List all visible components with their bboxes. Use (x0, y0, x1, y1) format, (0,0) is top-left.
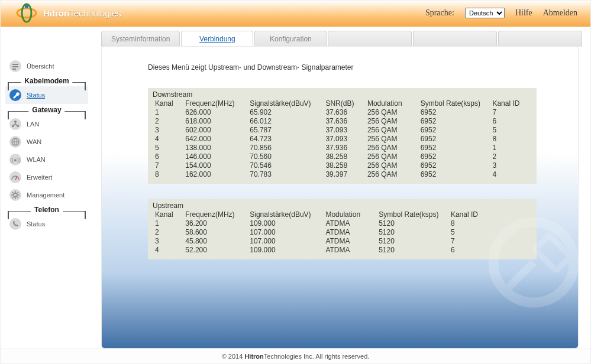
cell: 6952 (418, 144, 490, 152)
svg-point-28 (9, 218, 21, 230)
help-link[interactable]: Hilfe (515, 8, 532, 18)
cell: 66.012 (247, 117, 323, 126)
sidebar-item-km-status[interactable]: Status (5, 86, 88, 104)
col-header: Symbol Rate(ksps) (376, 210, 448, 219)
cell: ATDMA (323, 228, 376, 237)
sidebar-section-telefon: Telefon (5, 211, 88, 212)
cell: 8 (153, 170, 183, 179)
cell: 6952 (418, 108, 490, 117)
cell: ATDMA (323, 246, 376, 255)
cell: 70.856 (247, 144, 323, 152)
cell: 6952 (418, 135, 490, 144)
svg-point-2 (25, 5, 28, 8)
sidebar-item-lan[interactable]: LAN (5, 115, 88, 133)
cell: ATDMA (323, 219, 376, 228)
logo-icon (15, 3, 38, 23)
sidebar-item-label: Übersicht (27, 63, 54, 70)
cell: 6952 (418, 117, 490, 126)
phone-icon (9, 217, 22, 230)
cell: 6 (153, 152, 183, 161)
cell: 2 (490, 152, 532, 161)
upstream-table: KanalFrequenz(MHz)Signalstärke(dBuV)Modu… (153, 210, 532, 255)
upstream-block: Upstream KanalFrequenz(MHz)Signalstärke(… (148, 199, 537, 259)
sidebar-item-wlan[interactable]: ((●))WLAN (5, 151, 88, 168)
page-description: Dieses Menü zeigt Upstream- und Downstre… (148, 63, 537, 72)
cell: 58.600 (183, 228, 247, 237)
cell: 618.000 (183, 117, 247, 126)
col-header: Kanal (153, 99, 183, 108)
table-row: 8162.00070.78339.397256 QAM69524 (153, 170, 532, 179)
cell: 256 QAM (365, 117, 418, 126)
cell: 256 QAM (365, 126, 418, 135)
sidebar-section-kabelmodem: Kabelmodem (5, 82, 88, 83)
cell: 642.000 (183, 135, 247, 144)
gear-icon (9, 188, 22, 202)
cell: 4 (490, 170, 532, 179)
cell: 6952 (418, 170, 490, 179)
tab-blank-4 (413, 31, 497, 47)
cell: ATDMA (323, 237, 376, 246)
table-row: 7154.00070.54638.258256 QAM69523 (153, 161, 532, 170)
tab-strip: SysteminformationVerbindungKonfiguration (101, 31, 582, 47)
logout-link[interactable]: Abmelden (543, 8, 577, 18)
cell: 5120 (376, 246, 448, 255)
svg-text:((●)): ((●)) (10, 157, 20, 163)
cell: 37.636 (323, 117, 365, 126)
cell: 7 (448, 237, 532, 246)
sidebar-item-uebersicht[interactable]: Übersicht (5, 57, 88, 75)
cell: 70.560 (247, 152, 323, 161)
cell: 8 (490, 135, 532, 144)
cell: 38.258 (323, 152, 365, 161)
sidebar-item-wan[interactable]: WAN (5, 133, 88, 151)
downstream-block: Downstream KanalFrequenz(MHz)Signalstärk… (148, 88, 537, 184)
cell: 6952 (418, 152, 490, 161)
cell: 6 (448, 246, 532, 255)
sidebar-item-label: WAN (27, 138, 41, 145)
sidebar-item-label: Status (27, 220, 45, 228)
cell: 39.397 (323, 170, 365, 179)
cell: 38.258 (323, 161, 365, 170)
table-row: 345.800107.000ATDMA51207 (153, 237, 532, 246)
wifi-icon: ((●)) (9, 153, 22, 166)
language-select[interactable]: Deutsch (465, 8, 505, 18)
col-header: Signalstärke(dBuV) (247, 210, 323, 219)
brand: HitronTechnologies (15, 3, 121, 23)
sidebar-item-erw[interactable]: Erweitert (5, 168, 88, 186)
cell: 109.000 (247, 219, 323, 228)
cell: 256 QAM (365, 135, 418, 144)
cell: 4 (153, 246, 183, 255)
lan-icon (9, 118, 22, 131)
tab-blank-5 (498, 31, 582, 47)
footer: © 2014 HitronTechnologies Inc. All right… (1, 349, 590, 363)
cell: 5 (490, 126, 532, 135)
cell: 1 (153, 108, 183, 117)
cell: 7 (153, 161, 183, 170)
sidebar-item-mgmt[interactable]: Management (5, 186, 88, 204)
cell: 4 (153, 135, 183, 144)
cell: 256 QAM (365, 161, 418, 170)
downstream-table: KanalFrequenz(MHz)Signalstärke(dBuV)SNR(… (153, 99, 532, 179)
col-header: Frequenz(MHz) (183, 210, 247, 219)
cell: 256 QAM (365, 108, 418, 117)
cell: 64.723 (247, 135, 323, 144)
tab-systeminformation[interactable]: Systeminformation (101, 31, 180, 47)
tab-konfiguration[interactable]: Konfiguration (254, 31, 327, 47)
cell: 8 (448, 219, 532, 228)
sidebar-section-gateway: Gateway (5, 111, 88, 112)
cell: 626.000 (183, 108, 247, 117)
cell: 1 (490, 144, 532, 152)
table-row: 6146.00070.56038.258256 QAM69522 (153, 152, 532, 161)
top-right: Sprache: Deutsch Hilfe Abmelden (425, 8, 577, 18)
cell: 5 (153, 144, 183, 152)
cell: 146.000 (183, 152, 247, 161)
cell: 256 QAM (365, 144, 418, 152)
tab-verbindung[interactable]: Verbindung (181, 31, 253, 47)
cell: 109.000 (247, 246, 323, 255)
overview-icon (9, 60, 22, 73)
sidebar-item-tel-status[interactable]: Status (5, 215, 88, 233)
col-header: SNR(dB) (323, 99, 365, 108)
cell: 6952 (418, 126, 490, 135)
cell: 256 QAM (365, 170, 418, 179)
cell: 70.546 (247, 161, 323, 170)
cell: 65.902 (247, 108, 323, 117)
